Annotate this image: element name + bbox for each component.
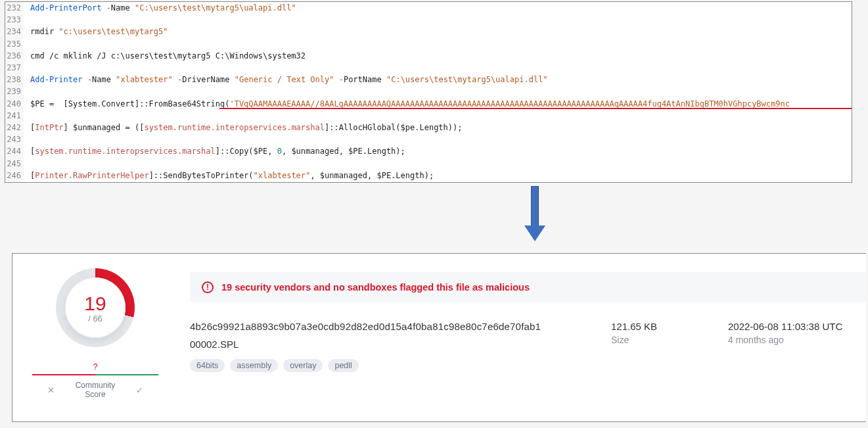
line-number: 242 <box>5 122 24 133</box>
close-icon[interactable]: ✕ <box>47 385 55 395</box>
community-score-unknown: ? <box>93 362 97 371</box>
code-content: Add-Printer -Name "xlabtester" -DriverNa… <box>24 74 852 85</box>
code-line: 244[system.runtime.interopservices.marsh… <box>5 145 852 157</box>
code-content: $PE = [System.Convert]::FromBase64String… <box>24 98 852 110</box>
line-number: 240 <box>5 98 24 110</box>
line-number: 245 <box>5 158 24 170</box>
vt-score-column: 19 / 66 ? ✕ Community Score ✓ <box>12 254 178 421</box>
tag-assembly[interactable]: assembly <box>230 359 278 372</box>
file-tags: 64bitsassemblyoverlaypedll <box>190 359 580 372</box>
highlighted-base64 <box>219 108 852 109</box>
tag-pedll[interactable]: pedll <box>328 359 358 372</box>
code-content: [IntPtr] $unmanaged = ([system.runtime.i… <box>24 122 852 133</box>
code-content: cmd /c mklink /J c:\users\test\mytarg5 C… <box>24 50 852 62</box>
analysis-time: 2022-06-08 11:03:38 UTC <box>728 321 866 332</box>
code-line: 239 <box>5 85 852 97</box>
community-score-bar <box>32 374 158 375</box>
line-number: 246 <box>5 170 24 181</box>
vt-result-panel: 19 / 66 ? ✕ Community Score ✓ ! 19 secur… <box>12 253 866 422</box>
code-content <box>24 158 852 170</box>
code-line: 243 <box>5 133 852 145</box>
file-name: 00002.SPL <box>190 339 580 350</box>
tag-64bits[interactable]: 64bits <box>190 359 225 372</box>
detections-total: / 66 <box>88 314 103 323</box>
code-content: [Printer.RawPrinterHelper]::SendBytesToP… <box>24 170 852 181</box>
code-content: Add-PrinterPort -Name "C:\users\test\myt… <box>24 2 852 14</box>
analysis-relative-time: 4 months ago <box>728 335 866 345</box>
code-content <box>24 38 852 50</box>
vt-detail-column: ! 19 security vendors and no sandboxes f… <box>178 254 866 421</box>
code-line: 240$PE = [System.Convert]::FromBase64Str… <box>5 98 852 110</box>
code-line: 235 <box>5 38 852 50</box>
code-content <box>24 133 852 145</box>
code-line: 246[Printer.RawPrinterHelper]::SendBytes… <box>5 170 852 181</box>
code-content <box>24 110 852 122</box>
code-line: 237 <box>5 62 852 74</box>
line-number: 243 <box>5 133 24 145</box>
line-number: 244 <box>5 145 24 157</box>
line-number: 238 <box>5 74 24 85</box>
line-number: 236 <box>5 50 24 62</box>
detection-gauge: 19 / 66 <box>56 268 135 347</box>
flow-arrow <box>526 186 544 241</box>
malicious-alert: ! 19 security vendors and no sandboxes f… <box>190 272 866 302</box>
file-size-label: Size <box>611 335 697 345</box>
code-line: 236cmd /c mklink /J c:\users\test\mytarg… <box>5 50 852 62</box>
code-line: 232Add-PrinterPort -Name "C:\users\test\… <box>5 2 852 14</box>
line-number: 232 <box>5 2 24 14</box>
line-number: 239 <box>5 85 24 97</box>
code-editor: 232Add-PrinterPort -Name "C:\users\test\… <box>5 1 852 183</box>
code-content <box>24 62 852 74</box>
code-line: 242[IntPtr] $unmanaged = ([system.runtim… <box>5 122 852 133</box>
tag-overlay[interactable]: overlay <box>283 359 323 372</box>
line-number: 234 <box>5 26 24 37</box>
code-content: rmdir "c:\users\test\mytarg5" <box>24 26 852 37</box>
alert-text: 19 security vendors and no sandboxes fla… <box>221 282 530 293</box>
code-content: [system.runtime.interopservices.marshal]… <box>24 145 852 157</box>
file-hash: 4b26c99921a8893c9b07a3e0cdb92d82ed0d15a4… <box>190 321 580 332</box>
line-number: 241 <box>5 110 24 122</box>
line-number: 237 <box>5 62 24 74</box>
code-line: 238Add-Printer -Name "xlabtester" -Drive… <box>5 74 852 85</box>
line-number: 233 <box>5 14 24 26</box>
line-number: 235 <box>5 38 24 50</box>
code-line: 233 <box>5 14 852 26</box>
code-line: 245 <box>5 158 852 170</box>
code-line: 241 <box>5 110 852 122</box>
file-size: 121.65 KB <box>611 321 697 332</box>
code-content <box>24 85 852 97</box>
community-score-label: Community Score <box>76 381 116 399</box>
code-line: 234rmdir "c:\users\test\mytarg5" <box>5 26 852 37</box>
detections-count: 19 <box>84 293 106 315</box>
check-icon[interactable]: ✓ <box>136 385 143 395</box>
code-content <box>24 14 852 26</box>
alert-icon: ! <box>202 281 214 293</box>
